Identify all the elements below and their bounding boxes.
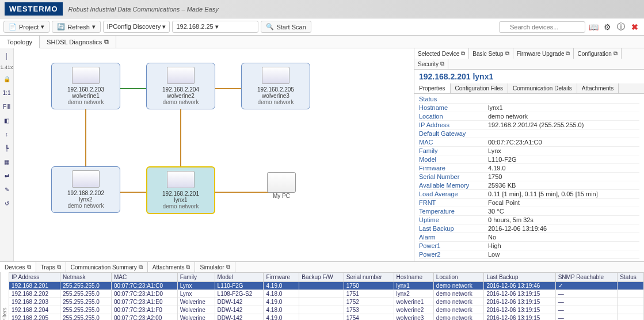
subtab-attachments[interactable]: Attachments <box>577 83 619 93</box>
tab-label: Attachments <box>153 264 185 271</box>
property-key: Status <box>419 96 488 102</box>
table-cell <box>299 282 344 290</box>
tab-basic-setup[interactable]: Basic Setup ⧉ <box>469 48 513 59</box>
device-network: demo network <box>244 99 307 105</box>
property-key: MAC <box>419 139 488 146</box>
refresh-button[interactable]: 🔄 Refresh ▾ <box>52 21 101 33</box>
search-input[interactable] <box>499 21 585 33</box>
table-cell: demo network <box>433 290 484 298</box>
column-header[interactable]: Model <box>215 273 264 282</box>
header-banner: WESTERMO Robust Industrial Data Communic… <box>0 0 644 18</box>
tab-communication-summary[interactable]: Communication Summary ⧉ <box>66 262 148 272</box>
tool-tree-icon[interactable]: ┡ <box>2 143 12 153</box>
tool-undo-icon[interactable]: ↺ <box>2 198 12 208</box>
column-header[interactable]: Family <box>177 273 215 282</box>
gear-icon[interactable]: ⚙ <box>601 21 613 33</box>
subtab-configuration-files[interactable]: Configuration Files <box>451 83 508 93</box>
table-cell: DDW-142 <box>215 306 264 314</box>
property-row: Power2Low <box>419 250 639 259</box>
table-cell: Lynx <box>177 290 215 298</box>
left-tool-strip: │ 1.41x 🔒 1:1 Fill ◧ ↕ ┡ ▦ ⇄ ✎ ↺ <box>0 48 14 261</box>
zoom-slider[interactable]: │ <box>2 51 12 61</box>
tab-devices[interactable]: Devices ⧉ <box>0 262 36 272</box>
table-row[interactable]: 192.168.2.203255.255.255.000:07:7C:23:A1… <box>9 298 644 306</box>
tool-arrows-icon[interactable]: ↕ <box>2 129 12 139</box>
column-header[interactable]: Firmware <box>264 273 299 282</box>
discovery-dropdown[interactable]: IPConfig Discovery ▾ <box>103 21 170 33</box>
property-key: Firmware <box>419 165 488 172</box>
tab-label: Firmware Upgrade <box>517 51 565 57</box>
table-row[interactable]: 192.168.2.204255.255.255.000:07:7C:23:A1… <box>9 306 644 314</box>
device-network: demo network <box>54 99 117 105</box>
table-cell: — <box>555 314 618 321</box>
device-node-wolverine3[interactable]: 192.168.2.205 wolverine3 demo network <box>241 63 310 109</box>
device-node-wolverine1[interactable]: 192.168.2.203 wolverine1 demo network <box>51 63 120 109</box>
tab-topology[interactable]: Topology <box>0 36 40 48</box>
tab-label: Simulator <box>200 264 224 271</box>
tab-shdsl[interactable]: SHDSL Diagnostics ⧉ <box>40 36 116 48</box>
property-row: Hostnamelynx1 <box>419 104 639 112</box>
subtab-communication-details[interactable]: Communication Details <box>508 83 577 93</box>
table-cell: demo network <box>433 298 484 306</box>
palette-icon[interactable]: ◧ <box>2 115 12 125</box>
table-row[interactable]: 192.168.2.201255.255.255.000:07:7C:23:A1… <box>9 282 644 290</box>
tab-security[interactable]: Security ⧉ <box>414 59 448 69</box>
column-header[interactable]: Backup F/W <box>299 273 344 282</box>
tab-configuration[interactable]: Configuration ⧉ <box>574 48 621 59</box>
table-cell: 4.18.0 <box>264 290 299 298</box>
column-header[interactable]: Last Backup <box>484 273 555 282</box>
property-row: IP Address192.168.2.201/24 (255.255.255.… <box>419 121 639 129</box>
topology-canvas[interactable]: 192.168.2.203 wolverine1 demo network 19… <box>14 48 414 261</box>
pc-node[interactable]: My PC <box>253 172 310 199</box>
column-header[interactable]: SNMP Reachable <box>555 273 618 282</box>
property-key: Alarm <box>419 234 488 241</box>
column-header[interactable]: MAC <box>111 273 177 282</box>
lock-icon[interactable]: 🔒 <box>2 74 12 84</box>
column-header[interactable]: Netmask <box>60 273 111 282</box>
close-icon[interactable]: ✖ <box>629 21 641 33</box>
tab-attachments-bottom[interactable]: Attachments ⧉ <box>148 262 196 272</box>
device-node-lynx2[interactable]: 192.168.2.202 lynx2 demo network <box>51 166 120 213</box>
brand-logo: WESTERMO <box>5 2 63 16</box>
property-value: Low <box>488 251 639 258</box>
column-header[interactable]: Location <box>433 273 484 282</box>
column-header[interactable]: Serial number <box>344 273 394 282</box>
tab-simulator[interactable]: Simulator ⧉ <box>195 262 235 272</box>
property-row: Temperature30 °C <box>419 207 639 216</box>
column-header[interactable]: Status <box>618 273 644 282</box>
table-row[interactable]: 192.168.2.205255.255.255.000:07:7C:23:A2… <box>9 314 644 321</box>
table-cell <box>618 282 644 290</box>
device-image-icon <box>167 171 195 188</box>
tab-firmware-upgrade[interactable]: Firmware Upgrade ⧉ <box>513 48 574 59</box>
tab-traps[interactable]: Traps ⧉ <box>36 262 66 272</box>
table-row[interactable]: 192.168.2.202255.255.255.000:07:7C:23:A1… <box>9 290 644 298</box>
device-node-lynx1-selected[interactable]: 192.168.2.201 lynx1 demo network <box>146 166 215 214</box>
property-value: 00:07:7C:23:A1:C0 <box>488 139 639 146</box>
device-ip: 192.168.2.205 <box>244 86 307 93</box>
tab-label: Basic Setup <box>472 51 503 57</box>
start-scan-button[interactable]: 🔍 Start Scan <box>261 21 311 33</box>
fill-button[interactable]: Fill <box>2 101 12 112</box>
ratio-button[interactable]: 1:1 <box>2 87 12 98</box>
filters-label[interactable]: Filters <box>0 272 9 320</box>
device-node-wolverine2[interactable]: 192.168.2.204 wolverine2 demo network <box>146 63 215 109</box>
subtab-properties[interactable]: Properties <box>414 83 451 93</box>
book-icon[interactable]: 📖 <box>588 21 599 33</box>
table-cell: 1752 <box>344 298 394 306</box>
property-key: Power2 <box>419 251 488 258</box>
tool-links-icon[interactable]: ⇄ <box>2 170 12 181</box>
bottom-tabs: Devices ⧉ Traps ⧉ Communication Summary … <box>0 261 644 272</box>
tool-grid-icon[interactable]: ▦ <box>2 157 12 167</box>
info-icon[interactable]: ⓘ <box>615 21 627 33</box>
property-key: Load Average <box>419 191 488 197</box>
table-cell: demo network <box>433 282 484 290</box>
tab-selected-device[interactable]: Selected Device ⧉ <box>414 48 469 59</box>
ip-dropdown[interactable]: 192.168.2.25 ▾ <box>172 21 258 33</box>
table-cell: 192.168.2.204 <box>9 306 60 314</box>
project-label: Project <box>19 24 39 31</box>
table-cell: 00:07:7C:23:A1:C0 <box>111 282 177 290</box>
column-header[interactable]: IP Address <box>9 273 60 282</box>
tool-text-icon[interactable]: ✎ <box>2 184 12 195</box>
project-button[interactable]: 📄 Project ▾ <box>3 21 49 33</box>
column-header[interactable]: Hostname <box>394 273 433 282</box>
